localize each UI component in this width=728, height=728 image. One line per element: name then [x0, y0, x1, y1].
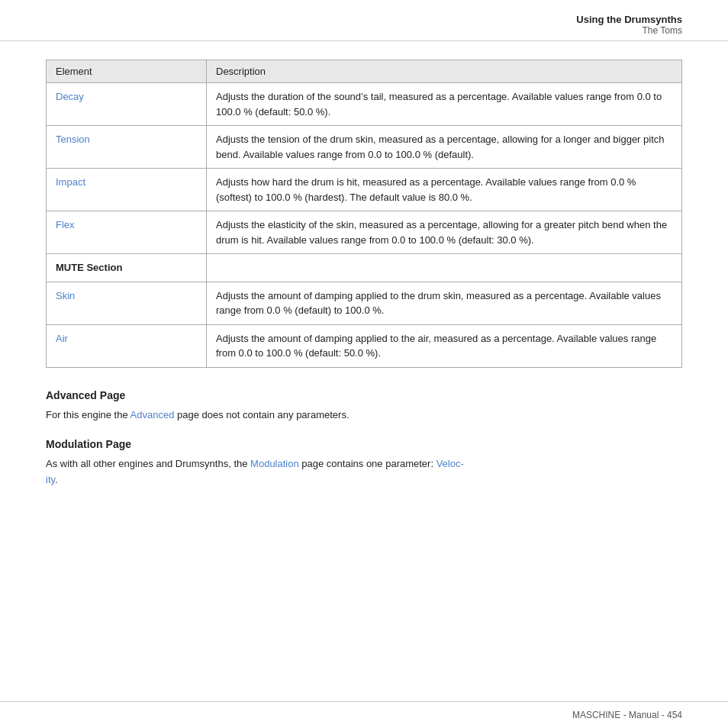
table-cell-description: Adjusts the duration of the sound’s tail…	[207, 83, 682, 126]
table-cell-description: Adjusts the amount of damping applied to…	[207, 282, 682, 324]
col-description-header: Description	[207, 60, 682, 83]
main-content: Element Description Decay Adjusts the du…	[0, 41, 728, 527]
mute-section-label: MUTE Section	[56, 262, 122, 273]
table-cell-description: Adjusts the elasticity of the skin, meas…	[207, 211, 682, 254]
table-cell-element: Decay	[47, 83, 207, 126]
header-title: Using the Drumsynths	[576, 14, 682, 25]
table-cell-element: Impact	[47, 169, 207, 211]
table-cell-element: Air	[47, 324, 207, 367]
decay-link[interactable]: Decay	[56, 91, 84, 102]
air-link[interactable]: Air	[56, 333, 68, 344]
table-cell-element: Flex	[47, 211, 207, 254]
tension-link[interactable]: Tension	[56, 134, 90, 145]
advanced-page-paragraph: For this engine the Advanced page does n…	[46, 407, 682, 424]
table-row: Tension Adjusts the tension of the drum …	[47, 126, 682, 169]
table-cell-element: MUTE Section	[47, 254, 207, 282]
advanced-link[interactable]: Advanced	[130, 409, 175, 420]
table-cell-description	[207, 254, 682, 282]
table-row: Flex Adjusts the elasticity of the skin,…	[47, 211, 682, 254]
table-row: Decay Adjusts the duration of the sound’…	[47, 83, 682, 126]
advanced-page-heading: Advanced Page	[46, 389, 682, 401]
table-row: Air Adjusts the amount of damping applie…	[47, 324, 682, 367]
table-cell-description: Adjusts how hard the drum is hit, measur…	[207, 169, 682, 211]
flex-link[interactable]: Flex	[56, 219, 75, 230]
advanced-text-before: For this engine the	[46, 409, 130, 420]
advanced-text-after: page does not contain any parameters.	[174, 409, 349, 420]
table-header-row: Element Description	[47, 60, 682, 83]
table-cell-element: Tension	[47, 126, 207, 169]
modulation-text-after: .	[55, 474, 58, 485]
table-row: MUTE Section	[47, 254, 682, 282]
modulation-link[interactable]: Modulation	[250, 458, 299, 469]
params-table: Element Description Decay Adjusts the du…	[46, 60, 682, 368]
impact-link[interactable]: Impact	[56, 176, 85, 188]
header-subtitle: The Toms	[643, 25, 682, 36]
table-row: Skin Adjusts the amount of damping appli…	[47, 282, 682, 324]
footer-text: MASCHINE - Manual - 454	[572, 710, 682, 720]
skin-link[interactable]: Skin	[56, 290, 75, 301]
page-container: Using the Drumsynths The Toms Element De…	[0, 0, 728, 728]
table-row: Impact Adjusts how hard the drum is hit,…	[47, 169, 682, 211]
page-header: Using the Drumsynths The Toms	[0, 0, 728, 41]
modulation-text-before: As with all other engines and Drumsynths…	[46, 458, 250, 469]
modulation-page-paragraph: As with all other engines and Drumsynths…	[46, 456, 682, 488]
table-cell-description: Adjusts the tension of the drum skin, me…	[207, 126, 682, 169]
col-element-header: Element	[47, 60, 207, 83]
page-footer: MASCHINE - Manual - 454	[0, 701, 728, 728]
modulation-text-middle: page contains one parameter:	[299, 458, 436, 469]
table-cell-element: Skin	[47, 282, 207, 324]
table-cell-description: Adjusts the amount of damping applied to…	[207, 324, 682, 367]
modulation-page-heading: Modulation Page	[46, 438, 682, 450]
